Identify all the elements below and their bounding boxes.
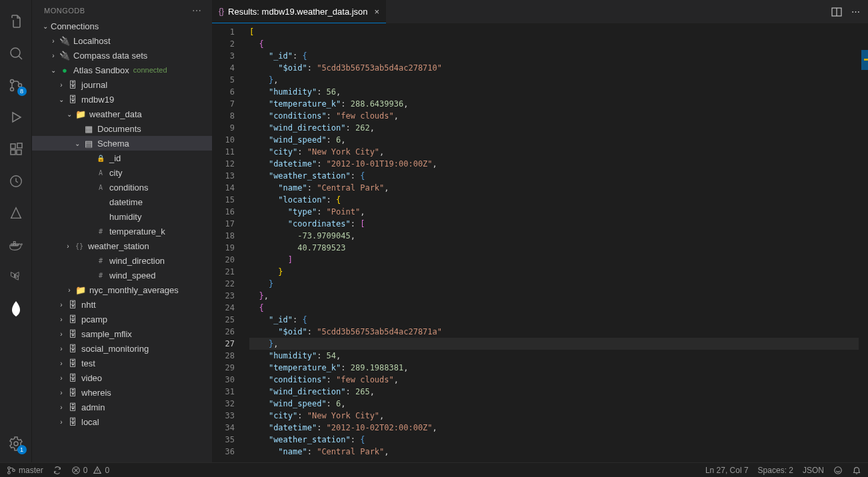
tree-field-city[interactable]: Acity — [32, 165, 212, 180]
svg-point-20 — [835, 466, 842, 474]
scm-badge: 8 — [17, 87, 27, 96]
tree-db-social_monitoring[interactable]: ›🗄social_monitoring — [32, 341, 212, 356]
database-icon: 🗄 — [67, 314, 79, 324]
overview-ruler[interactable] — [859, 23, 868, 462]
field-type-icon: 🔒 — [95, 155, 107, 162]
database-icon: 🗄 — [67, 373, 79, 383]
tree-field-_id[interactable]: 🔒_id — [32, 151, 212, 165]
field-type-icon: A — [95, 169, 107, 177]
tree-db-sample_mflix[interactable]: ›🗄sample_mflix — [32, 326, 212, 341]
split-editor-icon[interactable] — [831, 7, 842, 17]
status-lncol[interactable]: Ln 27, Col 7 — [705, 466, 749, 475]
database-icon: 🗄 — [67, 388, 79, 398]
database-icon: 🗄 — [67, 300, 79, 310]
plug-icon: 🔌 — [59, 51, 71, 61]
source-control-icon[interactable]: 8 — [0, 69, 32, 101]
status-branch[interactable]: master — [7, 466, 43, 475]
svg-point-10 — [14, 442, 18, 446]
activity-bar: 8 1 — [0, 0, 32, 462]
svg-point-0 — [11, 48, 20, 57]
tree-field-wind_speed[interactable]: #wind_speed — [32, 268, 212, 282]
sidebar-title: MONGODB ⋯ — [32, 0, 212, 19]
tree-conn-atlas[interactable]: ⌄●Atlas Sandboxconnected — [32, 63, 212, 77]
tabs-row: {} Results: mdbw19.weather_data.json × ⋯ — [212, 0, 868, 23]
debug-icon[interactable] — [0, 101, 32, 133]
more-actions-icon[interactable]: ⋯ — [851, 7, 860, 17]
extensions-icon[interactable] — [0, 133, 32, 165]
mongodb-icon[interactable] — [0, 293, 32, 325]
svg-rect-6 — [11, 150, 15, 155]
sidebar-more-icon[interactable]: ⋯ — [192, 5, 202, 16]
tree-db-video[interactable]: ›🗄video — [32, 370, 212, 385]
svg-point-14 — [8, 471, 11, 474]
tree-db-admin[interactable]: ›🗄admin — [32, 400, 212, 414]
status-sync-icon[interactable] — [53, 466, 62, 475]
search-icon[interactable] — [0, 37, 32, 69]
svg-rect-5 — [11, 144, 15, 149]
svg-point-13 — [8, 466, 11, 469]
tree-db-journal[interactable]: ›🗄journal — [32, 77, 212, 92]
tree-db-nhtt[interactable]: ›🗄nhtt — [32, 297, 212, 312]
svg-rect-7 — [17, 150, 21, 155]
documents-icon: ▦ — [83, 124, 95, 134]
field-type-icon: # — [95, 228, 107, 235]
sidebar: MONGODB ⋯ ⌄Connections ›🔌Localhost ›🔌Com… — [32, 0, 212, 462]
tree-conn-compass[interactable]: ›🔌Compass data sets — [32, 48, 212, 63]
database-icon: 🗄 — [67, 329, 79, 339]
status-lang[interactable]: JSON — [803, 466, 824, 475]
field-type-icon: A — [95, 184, 107, 191]
explorer-icon[interactable] — [0, 5, 32, 37]
database-icon: 🗄 — [67, 80, 79, 90]
status-spaces[interactable]: Spaces: 2 — [758, 466, 793, 475]
tree-db-pcamp[interactable]: ›🗄pcamp — [32, 312, 212, 326]
svg-point-3 — [10, 88, 13, 91]
settings-badge: 1 — [17, 445, 27, 454]
tree-db-whereis[interactable]: ›🗄whereis — [32, 385, 212, 400]
leaf-icon: ● — [59, 65, 71, 75]
status-bar: master 0 0 Ln 27, Col 7 Spaces: 2 JSON — [0, 462, 868, 477]
status-feedback-icon[interactable] — [833, 466, 843, 475]
status-errors[interactable]: 0 0 — [71, 466, 109, 475]
docker-icon[interactable] — [0, 229, 32, 261]
settings-gear-icon[interactable]: 1 — [0, 428, 32, 460]
code-editor[interactable]: [ { "_id": { "$oid": "5cdd3b56753ab5d4ac… — [244, 23, 868, 462]
database-icon: 🗄 — [67, 358, 79, 368]
tree-field-conditions[interactable]: Aconditions — [32, 180, 212, 195]
tree-db-test[interactable]: ›🗄test — [32, 356, 212, 370]
tree-coll-weather[interactable]: ⌄📁weather_data — [32, 107, 212, 121]
svg-rect-8 — [17, 143, 22, 148]
tree-field-datetime[interactable]: datetime — [32, 195, 212, 209]
terraform-icon[interactable] — [0, 261, 32, 293]
tree-field-wind_direction[interactable]: #wind_direction — [32, 253, 212, 268]
tree-db-mdbw19[interactable]: ⌄🗄mdbw19 — [32, 92, 212, 107]
tree-conn-localhost[interactable]: ›🔌Localhost — [32, 33, 212, 48]
plug-icon: 🔌 — [59, 36, 71, 46]
field-type-icon: # — [95, 272, 107, 279]
svg-line-1 — [19, 56, 22, 59]
tree-item-documents[interactable]: ▦Documents — [32, 121, 212, 136]
tree-field-weather_station[interactable]: ›{}weather_station — [32, 238, 212, 253]
azure-icon[interactable] — [0, 197, 32, 229]
tab-results[interactable]: {} Results: mdbw19.weather_data.json × — [212, 0, 386, 23]
field-type-icon: # — [95, 257, 107, 264]
database-icon: 🗄 — [67, 344, 79, 354]
tree-db-local[interactable]: ›🗄local — [32, 414, 212, 429]
database-icon: 🗄 — [67, 402, 79, 412]
field-type-icon: {} — [73, 242, 85, 250]
json-icon: {} — [219, 7, 224, 16]
status-bell-icon[interactable] — [852, 466, 861, 475]
tree-coll-nyc[interactable]: ›📁nyc_monthly_averages — [32, 282, 212, 297]
database-icon: 🗄 — [67, 417, 79, 427]
close-icon[interactable]: × — [375, 7, 380, 17]
tree-field-humidity[interactable]: humidity — [32, 209, 212, 224]
misc-icon-1[interactable] — [0, 165, 32, 197]
editor-area: {} Results: mdbw19.weather_data.json × ⋯… — [212, 0, 868, 462]
tree-field-temperature_k[interactable]: #temperature_k — [32, 224, 212, 238]
line-gutter: 1234567891011121314151617181920212223242… — [212, 23, 244, 462]
svg-point-2 — [10, 80, 13, 83]
tree-item-schema[interactable]: ⌄▤Schema — [32, 136, 212, 151]
svg-point-15 — [13, 469, 15, 472]
tree-connections[interactable]: ⌄Connections — [32, 19, 212, 33]
tab-label: Results: mdbw19.weather_data.json — [228, 7, 368, 17]
database-icon: 🗄 — [67, 95, 79, 105]
